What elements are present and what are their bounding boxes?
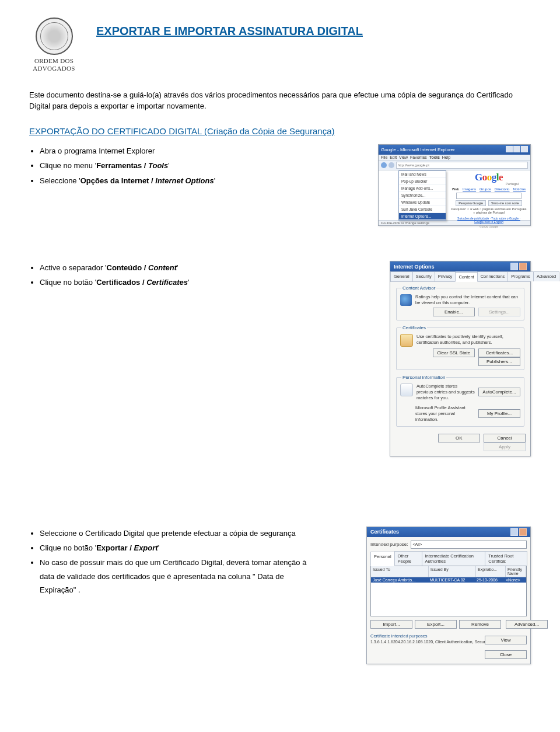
- col-expiration: Expiratio...: [476, 566, 506, 577]
- intended-purpose-label: Intended purpose:: [370, 542, 408, 547]
- google-search-btn: Pesquisa Google: [456, 200, 486, 206]
- tab-content: Content: [455, 272, 477, 282]
- bullet-select-internet-options: Seleccione 'Opções da Internet / Interne…: [40, 174, 215, 187]
- export-button: Export...: [415, 620, 457, 629]
- col-issued-by: Issued By: [429, 566, 476, 577]
- address-bar: http://www.google.pt: [396, 162, 528, 169]
- ie-body: Mail and News Pop-up Blocker Manage Add-…: [379, 170, 530, 220]
- screenshot-ie-google: Google - Microsoft Internet Explorer Fil…: [378, 144, 531, 226]
- ok-button: OK: [438, 434, 480, 442]
- menu-item: Manage Add-ons...: [399, 185, 446, 192]
- group-content-advisor: Content Advisor Ratings help you control…: [396, 285, 524, 320]
- google-lucky-btn: Sinto-me com sorte: [488, 200, 522, 206]
- logo-line2: ADVOGADOS: [33, 65, 75, 72]
- certs-body: Intended purpose: <All> Personal Other P…: [367, 537, 530, 664]
- ie-window-title: Google - Microsoft Internet Explorer: [381, 147, 455, 152]
- intro-paragraph: Este documento destina-se a guiá-lo(a) a…: [29, 90, 531, 112]
- io-body: Content Advisor Ratings help you control…: [390, 282, 530, 456]
- io-footer-buttons: OK Cancel Apply: [395, 431, 526, 451]
- step-3-block: Seleccione o Certificado Digital que pre…: [29, 527, 531, 664]
- tab-programs: Programs: [508, 271, 534, 281]
- autocomplete-text: AutoComplete stores previous entries and…: [416, 384, 475, 400]
- google-logo-icon: Google: [451, 172, 527, 183]
- google-nav: Web Imagens Grupos Directório Notícias: [451, 187, 527, 191]
- bullet-select-cert: Seleccione o Certificado Digital que pre…: [40, 527, 320, 540]
- bullet-content-tab: Active o separador 'Conteúdo / Content': [40, 261, 189, 274]
- logo-line1: ORDEM DOS: [34, 57, 74, 64]
- logo-text: ORDEM DOS ADVOGADOS: [29, 57, 79, 72]
- certs-tabs: Personal Other People Intermediate Certi…: [370, 551, 527, 566]
- menu-item: Pop-up Blocker: [399, 178, 446, 185]
- bullet-expiration-note: No caso de possuir mais do que um Certif…: [40, 556, 320, 597]
- content-advisor-text: Ratings help you control the Internet co…: [415, 294, 520, 306]
- group-title: Content Advisor: [401, 285, 436, 291]
- intended-purpose-row: Intended purpose: <All>: [370, 541, 527, 549]
- menu-item: Mail and News: [399, 171, 446, 178]
- enable-button: Enable...: [433, 308, 475, 316]
- tab-personal: Personal: [370, 552, 395, 566]
- io-title-text: Internet Options: [394, 264, 435, 270]
- google-footer-links: Soluções de publicidade · Tudo sobre o G…: [451, 217, 527, 224]
- forward-icon: [388, 162, 394, 168]
- step-1-bullets: Abra o programa Internet Explorer Clique…: [29, 144, 215, 189]
- certificate-icon: [400, 334, 413, 347]
- io-tabs: General Security Privacy Content Connect…: [390, 271, 530, 282]
- col-friendly-name: Friendly Name: [506, 566, 526, 577]
- group-title: Personal information: [401, 375, 446, 380]
- tab-trusted-root: Trusted Root Certificat: [485, 551, 527, 566]
- profile-text: Microsoft Profile Assistant stores your …: [415, 405, 475, 422]
- close-button: Close: [485, 650, 527, 659]
- back-icon: [381, 162, 387, 168]
- tab-intermediate-ca: Intermediate Certification Authorities: [422, 551, 486, 566]
- logo-emblem-icon: [36, 18, 73, 55]
- autocomplete-button: AutoComplete...: [478, 388, 520, 396]
- advanced-button: Advanced...: [506, 620, 548, 629]
- screenshot-internet-options: Internet Options General Security Privac…: [390, 261, 531, 456]
- group-certificates: Certificates Use certificates to positiv…: [396, 325, 524, 370]
- step-1-block: Abra o programa Internet Explorer Clique…: [29, 144, 531, 226]
- window-controls-icon: [510, 263, 527, 270]
- menu-item-internet-options: Internet Options...: [399, 213, 446, 220]
- screenshot-certificates: Certificates Intended purpose: <All> Per…: [366, 527, 531, 664]
- bullet-click-export: Clique no botão 'Exportar / Export': [40, 541, 320, 555]
- google-search-box: [456, 193, 522, 199]
- cell-friendly-name: <None>: [504, 577, 526, 583]
- io-titlebar: Internet Options: [390, 262, 530, 271]
- tools-dropdown: Mail and News Pop-up Blocker Manage Add-…: [398, 170, 446, 221]
- settings-button: Settings...: [478, 308, 520, 316]
- view-button: View: [485, 636, 527, 644]
- cancel-button: Cancel: [484, 434, 526, 442]
- tab-connections: Connections: [477, 271, 509, 281]
- my-profile-button: My Profile...: [478, 409, 520, 418]
- intended-purpose-select: <All>: [411, 541, 527, 549]
- certs-titlebar: Certificates: [367, 527, 530, 537]
- col-issued-to: Issued To: [371, 566, 429, 577]
- window-controls-icon: [505, 146, 528, 154]
- menu-item: Synchronize...: [399, 192, 446, 199]
- import-button: Import...: [370, 620, 412, 629]
- step-2-block: Active o separador 'Conteúdo / Content' …: [29, 261, 531, 456]
- document-header: ORDEM DOS ADVOGADOS EXPORTAR E IMPORTAR …: [29, 18, 531, 72]
- step-2-bullets: Active o separador 'Conteúdo / Content' …: [29, 261, 189, 291]
- page-title: EXPORTAR E IMPORTAR ASSINATURA DIGITAL: [96, 25, 363, 38]
- bullet-click-tools: Clique no menu 'Ferramentas / Tools': [40, 159, 215, 172]
- certs-buttons: Import... Export... Remove Advanced...: [370, 620, 527, 629]
- certs-title: Certificates: [370, 529, 399, 535]
- certificates-button: Certificates...: [478, 348, 520, 357]
- menu-item: Sun Java Console: [399, 206, 446, 213]
- certs-footer: Close: [370, 650, 527, 659]
- remove-button: Remove: [459, 620, 501, 629]
- ie-titlebar: Google - Microsoft Internet Explorer: [379, 145, 530, 155]
- tab-advanced: Advanced: [533, 271, 559, 281]
- tab-privacy: Privacy: [435, 271, 456, 281]
- group-title: Certificates: [401, 325, 427, 330]
- cell-issued-by: MULTICERT-CA 02: [428, 577, 475, 583]
- step-3-bullets: Seleccione o Certificado Digital que pre…: [29, 527, 320, 598]
- bullet-certificates-button: Clique no botão 'Certificados / Certific…: [40, 276, 189, 289]
- window-controls-icon: [510, 528, 527, 536]
- menu-item: Windows Update: [399, 199, 446, 206]
- certs-list: Issued To Issued By Expiratio... Friendl…: [370, 566, 527, 616]
- apply-button: Apply: [484, 442, 526, 451]
- publishers-button: Publishers...: [478, 357, 520, 366]
- google-area: Google Portugal Web Imagens Grupos Direc…: [451, 172, 527, 228]
